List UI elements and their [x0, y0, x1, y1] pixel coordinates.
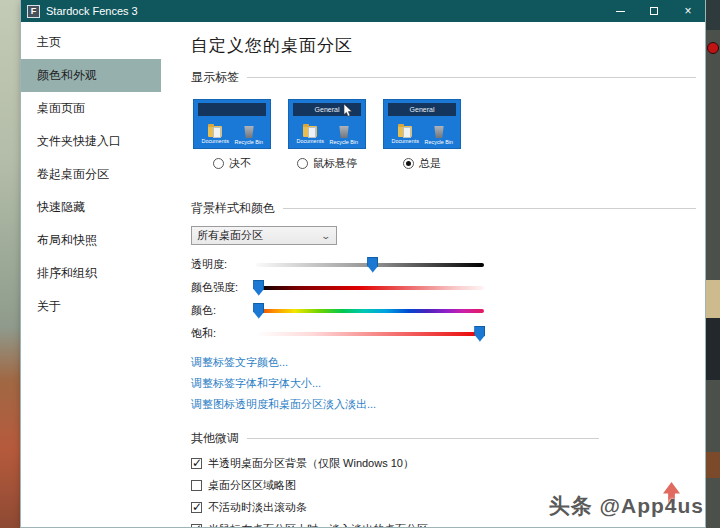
fences-settings-window: F Stardock Fences 3 × 主页 颜色和外观 桌面页面 文件夹快…: [20, 0, 706, 528]
desktop-right-image-strip: [706, 318, 720, 380]
sidebar-item-folder-portals[interactable]: 文件夹快捷入口: [21, 125, 161, 158]
checkbox-fence-thumbnail[interactable]: 桌面分区区域略图: [191, 478, 696, 493]
watermark-text: 头条 @App4us: [549, 494, 704, 517]
sidebar-item-layout-snapshots[interactable]: 布局和快照: [21, 224, 161, 257]
window-title: Stardock Fences 3: [46, 5, 603, 17]
checkbox-label: 当鼠标在桌面分区上时，淡入淡出的桌面分区: [208, 522, 428, 527]
close-icon: ×: [684, 4, 691, 18]
recycle-bin-icon: [244, 126, 255, 138]
sidebar-item-colors-appearance[interactable]: 颜色和外观: [21, 59, 161, 92]
checkbox-fade-on-hover[interactable]: 当鼠标在桌面分区上时，淡入淡出的桌面分区: [191, 522, 696, 527]
color-intensity-slider-label: 颜色强度:: [191, 280, 256, 295]
radio-always-label: 总是: [419, 156, 441, 171]
sidebar-item-home[interactable]: 主页: [21, 26, 161, 59]
radio-hover-label: 鼠标悬停: [313, 156, 357, 171]
divider: [283, 208, 696, 209]
recycle-bin-icon: [339, 126, 350, 138]
sidebar-item-desktop-pages[interactable]: 桌面页面: [21, 92, 161, 125]
desktop-right-image-strip: [706, 452, 720, 478]
radio-never[interactable]: 决不: [193, 156, 271, 171]
transparency-slider[interactable]: [256, 263, 484, 267]
fence-preview-hover: General Documents Recycle Bin: [288, 99, 366, 149]
fence-target-dropdown[interactable]: 所有桌面分区 ⌄: [191, 226, 337, 245]
color-intensity-slider[interactable]: [256, 286, 484, 290]
label-previews: Documents Recycle Bin General Documents …: [193, 99, 696, 149]
documents-folder-icon: [208, 126, 222, 137]
recycle-bin-icon: [434, 126, 445, 138]
sidebar-item-sorting-organizing[interactable]: 排序和组织: [21, 257, 161, 290]
label-radio-group: 决不 鼠标悬停 总是: [193, 156, 696, 171]
link-icon-transparency-fade[interactable]: 调整图标透明度和桌面分区淡入淡出...: [191, 397, 696, 412]
checkbox-translucent-background[interactable]: 半透明桌面分区背景（仅限 Windows 10）: [191, 456, 696, 471]
maximize-icon: [650, 7, 658, 15]
watermark: 头条 @App4us: [549, 492, 704, 520]
fence-preview-always: General Documents Recycle Bin: [383, 99, 461, 149]
link-label-text-color[interactable]: 调整标签文字颜色...: [191, 355, 696, 370]
radio-icon[interactable]: [213, 158, 224, 169]
section-other-tweaks: 其他微调: [191, 430, 696, 447]
radio-icon[interactable]: [297, 158, 308, 169]
sidebar-item-rollup-fences[interactable]: 卷起桌面分区: [21, 158, 161, 191]
hue-slider-label: 颜色:: [191, 303, 256, 318]
app-icon: F: [27, 5, 40, 18]
icon-label: Recycle Bin: [425, 139, 454, 144]
documents-folder-icon: [303, 126, 317, 137]
checkbox-icon[interactable]: [191, 524, 202, 527]
desktop-background-right: [706, 0, 720, 528]
sidebar-item-about[interactable]: 关于: [21, 290, 161, 323]
titlebar[interactable]: F Stardock Fences 3 ×: [21, 0, 705, 22]
icon-label: Recycle Bin: [235, 139, 264, 144]
slider-thumb[interactable]: [474, 326, 485, 342]
chevron-down-icon: ⌄: [321, 231, 339, 241]
transparency-slider-label: 透明度:: [191, 257, 256, 272]
sidebar: 主页 颜色和外观 桌面页面 文件夹快捷入口 卷起桌面分区 快速隐藏 布局和快照 …: [21, 22, 161, 527]
desktop-right-image-strip: [706, 280, 720, 318]
minimize-icon: [616, 11, 625, 12]
link-label-font-size[interactable]: 调整标签字体和字体大小...: [191, 376, 696, 391]
fence-preview-titlebar: [198, 103, 266, 116]
saturation-slider-label: 饱和:: [191, 326, 256, 341]
section-show-labels-title: 显示标签: [191, 69, 239, 86]
icon-label: Documents: [201, 138, 228, 143]
adjust-links: 调整标签文字颜色... 调整标签字体和字体大小... 调整图标透明度和桌面分区淡…: [191, 355, 696, 412]
divider: [247, 77, 696, 78]
divider: [247, 438, 599, 439]
checkbox-icon[interactable]: [191, 502, 202, 513]
close-button[interactable]: ×: [671, 0, 705, 22]
documents-folder-icon: [398, 126, 412, 137]
desktop-right-window-edge: [706, 0, 720, 30]
radio-always[interactable]: 总是: [383, 156, 461, 171]
checkbox-label: 不活动时淡出滚动条: [208, 500, 307, 515]
sidebar-item-quick-hide[interactable]: 快速隐藏: [21, 191, 161, 224]
section-show-labels: 显示标签: [191, 69, 696, 86]
icon-label: Recycle Bin: [330, 139, 359, 144]
checkbox-icon[interactable]: [191, 480, 202, 491]
content-panel: 自定义您的桌面分区 显示标签 Documents Recycle Bin Gen…: [161, 22, 705, 527]
icon-label: Documents: [391, 138, 418, 143]
desktop-background-left: [0, 0, 20, 528]
icon-label: Documents: [296, 138, 323, 143]
page-title: 自定义您的桌面分区: [191, 34, 696, 57]
section-background-style: 背景样式和颜色: [191, 200, 696, 217]
fence-preview-never: Documents Recycle Bin: [193, 99, 271, 149]
section-background-title: 背景样式和颜色: [191, 200, 275, 217]
saturation-slider[interactable]: [256, 332, 484, 336]
radio-icon[interactable]: [403, 158, 414, 169]
radio-never-label: 决不: [229, 156, 251, 171]
minimize-button[interactable]: [603, 0, 637, 22]
color-sliders: 透明度: 颜色强度: 颜色:: [191, 253, 696, 345]
desktop-right-red-logo: [707, 42, 719, 54]
fence-preview-titlebar: General: [388, 103, 456, 116]
section-other-tweaks-title: 其他微调: [191, 430, 239, 447]
slider-thumb[interactable]: [367, 257, 378, 273]
maximize-button[interactable]: [637, 0, 671, 22]
radio-mouse-hover[interactable]: 鼠标悬停: [288, 156, 366, 171]
checkbox-label: 桌面分区区域略图: [208, 478, 296, 493]
hue-slider[interactable]: [256, 309, 484, 313]
checkbox-label: 半透明桌面分区背景（仅限 Windows 10）: [208, 456, 414, 471]
checkbox-icon[interactable]: [191, 458, 202, 469]
dropdown-selected-value: 所有桌面分区: [197, 228, 323, 243]
mouse-cursor-icon: [343, 104, 353, 117]
